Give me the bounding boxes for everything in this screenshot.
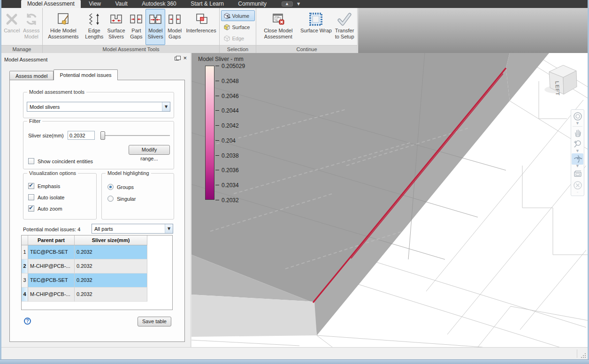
ribbon-group-model-assessment-tools: Hide Model Assessments Edge Lengths (43, 8, 220, 53)
cancel-button[interactable]: Cancel (2, 9, 22, 45)
navigation-bar: ▼ ▼ ▼ ◦ (571, 109, 584, 196)
window-bottom-border (0, 359, 589, 364)
singular-radio[interactable] (107, 196, 114, 202)
edge-icon (223, 35, 230, 42)
save-table-button[interactable]: Save table (138, 317, 171, 326)
visualization-options-groupbox: Visualization options Emphasis Auto isol… (23, 173, 97, 220)
interferences-icon (193, 11, 209, 28)
tab-assess-model[interactable]: Assess model (9, 71, 54, 80)
model-assessment-tools-groupbox: Model assessment tools Model slivers ▼ (23, 92, 174, 118)
edge-lengths-button[interactable]: Edge Lengths (83, 9, 106, 45)
pan-hand-icon[interactable] (572, 127, 583, 138)
tab-potential-model-issues[interactable]: Potential model issues (54, 69, 117, 80)
chevron-down-icon: ▼ (165, 224, 173, 233)
result-legend: Model Sliver - mm 0.205029 0.2048 0.2046… (195, 56, 266, 211)
surface-slivers-icon (109, 11, 124, 28)
sliver-size-slider[interactable] (102, 135, 170, 136)
table-row[interactable]: 4 M-CHIP@PCB-... 0.2032 (22, 288, 172, 302)
issues-table: Parent part Sliver size(mm) 1 TEC@PCB-SE… (21, 235, 173, 310)
menu-tab-view[interactable]: View (83, 0, 107, 8)
menu-tab-start-learn[interactable]: Start & Learn (184, 0, 230, 8)
show-coincident-label: Show coincident entities (38, 159, 93, 164)
viewcube-face-label[interactable]: LEFT (554, 81, 561, 96)
group-label-continue[interactable]: Continue (256, 45, 357, 53)
transfer-to-setup-button[interactable]: Transfer to Setup (333, 9, 356, 45)
model-highlighting-groupbox: Model highlighting Groups Singular (101, 173, 174, 220)
selection-edge-button[interactable]: Edge (221, 33, 255, 44)
model-slivers-button[interactable]: Model Slivers (145, 9, 165, 45)
model-gaps-icon (167, 11, 182, 28)
status-bar (1, 347, 588, 359)
part-gaps-icon (129, 11, 144, 28)
group-label-selection[interactable]: Selection (220, 45, 256, 53)
hide-model-assessments-icon (56, 11, 71, 28)
show-coincident-checkbox[interactable] (28, 158, 34, 164)
emphasis-checkbox[interactable] (28, 183, 34, 189)
help-icon[interactable]: ? (24, 318, 31, 325)
interferences-button[interactable]: Interferences (184, 9, 218, 45)
legend-color-bar (205, 66, 214, 200)
close-model-assessment-button[interactable]: Close Model Assessment (257, 9, 299, 45)
selection-surface-button[interactable]: Surface (221, 22, 255, 32)
orbit-menu-caret-icon[interactable]: ▼ (576, 165, 579, 168)
wheel-menu-caret-icon[interactable]: ▼ (576, 122, 579, 126)
ribbon-options-caret-icon[interactable]: ▼ (297, 1, 300, 7)
edge-lengths-icon (87, 11, 102, 28)
menu-tab-vault[interactable]: Vault (109, 0, 133, 8)
table-header-row: Parent part Sliver size(mm) (22, 235, 172, 245)
view-cube[interactable]: LEFT (543, 61, 583, 98)
filter-groupbox: Filter Sliver size(mm) Modify range... S… (23, 121, 174, 169)
assess-model-button[interactable]: Assess Model (22, 9, 41, 45)
table-row[interactable]: 3 TEC@PCB-SET 0.2032 (22, 273, 172, 288)
look-at-icon[interactable] (572, 168, 583, 180)
parts-filter-combobox[interactable]: All parts ▼ (92, 224, 173, 234)
auto-isolate-checkbox[interactable] (28, 194, 34, 200)
model-slivers-icon (148, 11, 163, 28)
menu-tab-autodesk-360[interactable]: Autodesk 360 (136, 0, 182, 8)
zoom-icon[interactable] (572, 138, 583, 150)
surface-wrap-icon (308, 11, 323, 28)
panel-float-icon[interactable] (175, 57, 179, 61)
menu-tab-community[interactable]: Community (232, 0, 273, 8)
steering-wheel-icon[interactable] (572, 111, 583, 122)
slider-handle[interactable] (100, 131, 105, 140)
cancel-icon (4, 11, 19, 28)
table-row[interactable]: 1 TEC@PCB-SET 0.2032 (22, 245, 172, 259)
orbit-icon[interactable] (572, 153, 583, 165)
transfer-to-setup-icon (337, 11, 352, 28)
panel-title: Model Assessment (4, 57, 47, 62)
hide-model-assessments-button[interactable]: Hide Model Assessments (44, 9, 83, 45)
menu-tab-model-assessment[interactable]: Model Assessment (21, 0, 81, 8)
ribbon: Cancel Assess Model (1, 8, 588, 53)
surface-icon (223, 23, 230, 30)
resize-grip-icon[interactable] (581, 353, 586, 358)
chevron-down-icon: ▼ (162, 102, 170, 111)
auto-zoom-checkbox[interactable] (28, 205, 34, 212)
assessment-tool-combobox[interactable]: Model slivers ▼ (27, 102, 170, 112)
zoom-menu-caret-icon[interactable]: ▼ (576, 150, 579, 153)
row-number-header[interactable] (22, 235, 28, 245)
sliver-size-input[interactable] (68, 131, 95, 140)
legend-title: Model Sliver - mm (198, 56, 244, 62)
selection-volume-button[interactable]: Volume (221, 10, 255, 21)
table-row[interactable]: 2 M-CHIP@PCB-... 0.2032 (22, 259, 172, 273)
panel-close-icon[interactable]: × (183, 55, 187, 61)
menubar: Model Assessment View Vault Autodesk 360… (1, 0, 588, 8)
sliver-size-label: Sliver size(mm) (28, 133, 64, 138)
group-label-manage[interactable]: Manage (1, 45, 42, 53)
ribbon-group-continue: Close Model Assessment Surface Wrap (256, 8, 358, 53)
surface-wrap-button[interactable]: Surface Wrap (299, 9, 333, 45)
groups-radio[interactable] (107, 184, 114, 190)
3d-viewport[interactable]: Model Sliver - mm 0.205029 0.2048 0.2046… (191, 53, 588, 347)
part-gaps-button[interactable]: Part Gaps (127, 9, 146, 45)
surface-slivers-button[interactable]: Surface Slivers (106, 9, 127, 45)
parent-part-header[interactable]: Parent part (28, 235, 75, 245)
modify-range-button[interactable]: Modify range... (129, 145, 170, 155)
navbar-customize-icon[interactable]: ◦ (576, 191, 578, 195)
group-label-model-assessment-tools[interactable]: Model Assessment Tools (43, 45, 219, 53)
sliver-size-header[interactable]: Sliver size(mm) (75, 235, 147, 245)
ribbon-collapse-button[interactable]: ▲ (282, 1, 293, 7)
ribbon-group-selection: Volume Surface Edge (220, 8, 256, 53)
issues-count-label: Potential model issues: 4 (23, 227, 80, 232)
model-gaps-button[interactable]: Model Gaps (165, 9, 184, 45)
